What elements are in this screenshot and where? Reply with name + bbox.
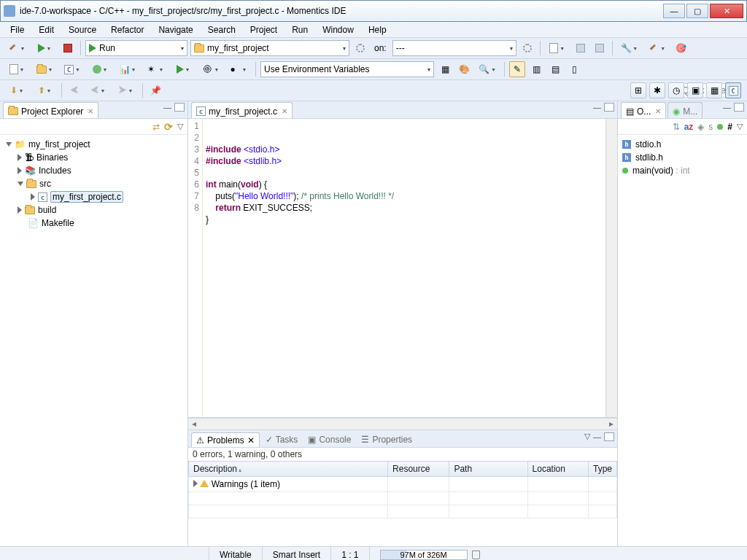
bottom-minimize-button[interactable]: ― <box>593 432 601 441</box>
code-editor[interactable]: 12345678 #include <stdio.h> #include <st… <box>188 119 617 418</box>
menu-file[interactable]: File <box>4 23 30 36</box>
menu-navigate[interactable]: Navigate <box>152 23 198 36</box>
tree-binaries[interactable]: 🗜 Binaries <box>3 151 185 164</box>
menu-window[interactable]: Window <box>317 23 360 36</box>
expand-icon[interactable] <box>193 480 198 487</box>
ext-tools-button[interactable]: 🞋▼ <box>198 61 223 77</box>
nav-prev-button[interactable]: ⬇▼ <box>4 82 29 98</box>
build-project-button[interactable]: ▼ <box>645 40 670 56</box>
table-row[interactable]: Warnings (1 item) <box>189 477 617 492</box>
tab-tasks[interactable]: ✓ Tasks <box>261 432 303 447</box>
expand-icon[interactable] <box>18 154 22 161</box>
view-maximize-button[interactable] <box>174 103 185 112</box>
editor-minimize-button[interactable]: ― <box>593 103 601 112</box>
maximize-button[interactable]: ▢ <box>686 4 708 18</box>
tab-editor-file[interactable]: c my_first_project.c ✕ <box>191 102 293 118</box>
menu-edit[interactable]: Edit <box>33 23 60 36</box>
editor-code[interactable]: #include <stdio.h> #include <stdlib.h> i… <box>203 119 605 417</box>
build-targets-button[interactable]: 🎯 <box>673 40 689 56</box>
menu-help[interactable]: Help <box>363 23 392 36</box>
nav-next-button[interactable]: ⬆▼ <box>32 82 57 98</box>
tree-root[interactable]: 📁 my_first_project <box>3 138 185 151</box>
build-button[interactable]: ▼ <box>4 40 29 56</box>
nav-back-hist-button[interactable]: ⮜▼ <box>85 82 110 98</box>
memory-bar[interactable]: 97M of 326M <box>380 550 468 560</box>
tab-console[interactable]: ▣ Console <box>303 432 355 447</box>
tree-includes[interactable]: 📚 Includes <box>3 164 185 177</box>
run-last-button[interactable]: ▼ <box>171 61 196 77</box>
persp-3[interactable]: ▣ <box>687 82 703 98</box>
new-button[interactable]: ▼ <box>545 40 570 56</box>
toggle-3-button[interactable]: ▯ <box>566 61 582 77</box>
expand-icon[interactable] <box>6 142 12 147</box>
filter-button[interactable]: # <box>727 122 732 132</box>
link-editor-button[interactable]: ⟳ <box>164 121 173 133</box>
launch-config-combo[interactable]: Run ▾ <box>85 40 187 56</box>
minimize-button[interactable]: ― <box>663 4 685 18</box>
bottom-menu-button[interactable]: ▽ <box>584 432 590 441</box>
persp-1[interactable]: ✱ <box>649 82 665 98</box>
nav-back-button[interactable]: ⮜ <box>66 82 82 98</box>
pin-editor-button[interactable]: 📌 <box>147 82 163 98</box>
close-icon[interactable]: ✕ <box>88 107 93 115</box>
new-folder-button[interactable]: ▼ <box>32 61 57 77</box>
new-cproj-button[interactable]: ▼ <box>4 61 29 77</box>
debug-button[interactable]: ▼ <box>88 61 112 77</box>
build-all-button[interactable]: 🔧▼ <box>617 40 642 56</box>
group-button[interactable] <box>717 124 723 130</box>
col-path[interactable]: Path <box>449 462 527 477</box>
editor-maximize-button[interactable] <box>604 103 614 112</box>
target-combo[interactable]: --- ▾ <box>392 40 516 56</box>
tab-project-explorer[interactable]: Project Explorer ✕ <box>3 102 98 118</box>
save-all-button[interactable] <box>592 40 608 56</box>
col-location[interactable]: Location <box>527 462 588 477</box>
nav-fwd-hist-button[interactable]: ⮞▼ <box>113 82 138 98</box>
profile-button[interactable]: 📊▼ <box>115 61 140 77</box>
save-button[interactable] <box>573 40 589 56</box>
new-class-button[interactable]: C▼ <box>60 61 85 77</box>
tab-properties[interactable]: ☰ Properties <box>357 432 417 447</box>
env-vars-combo[interactable]: Use Environment Variables ▾ <box>260 61 434 77</box>
close-button[interactable]: ✕ <box>710 4 743 18</box>
menu-refactor[interactable]: Refactor <box>105 23 150 36</box>
project-settings-button[interactable] <box>352 40 368 56</box>
outline-item[interactable]: h stdio.h <box>622 138 743 151</box>
palette-button[interactable]: 🎨 <box>456 61 472 77</box>
stop-button[interactable] <box>60 40 76 56</box>
outline-maximize-button[interactable] <box>734 103 744 112</box>
project-tree[interactable]: 📁 my_first_project 🗜 Binaries 📚 Includes… <box>0 135 187 546</box>
bottom-maximize-button[interactable] <box>604 432 614 441</box>
expand-icon[interactable] <box>31 193 35 201</box>
editor-vscroll[interactable] <box>605 119 617 417</box>
outline-tree[interactable]: h stdio.h h stdlib.h main(void) : int <box>618 135 747 546</box>
close-icon[interactable]: ✕ <box>247 435 255 446</box>
tree-src[interactable]: src <box>3 177 185 190</box>
tree-build[interactable]: build <box>3 203 185 217</box>
search-button[interactable]: 🔍▼ <box>475 61 500 77</box>
close-icon[interactable]: ✕ <box>282 107 287 115</box>
hide-static-button[interactable]: s <box>708 122 713 132</box>
sort-button[interactable]: ⇅ <box>673 122 680 132</box>
menu-project[interactable]: Project <box>244 23 283 36</box>
close-icon[interactable]: ✕ <box>655 107 661 115</box>
breakpoints-button[interactable]: ●▼ <box>226 61 251 77</box>
col-description[interactable]: Description <box>189 462 388 477</box>
menu-source[interactable]: Source <box>63 23 102 36</box>
outline-item[interactable]: main(void) : int <box>622 164 743 177</box>
coverage-button[interactable]: ✶▼ <box>143 61 168 77</box>
col-resource[interactable]: Resource <box>388 462 449 477</box>
tab-make[interactable]: ◉ M... <box>667 102 703 118</box>
toggle-1-button[interactable]: ▥ <box>528 61 544 77</box>
view-minimize-button[interactable]: ― <box>163 103 171 112</box>
persp-2[interactable]: ◷ <box>668 82 684 98</box>
run-button[interactable]: ▼ <box>32 40 57 56</box>
tab-outline[interactable]: ▤ O... ✕ <box>621 102 666 118</box>
editor-hscroll[interactable]: ◂▸ <box>188 418 617 429</box>
persp-c-cpp[interactable]: C <box>725 82 741 98</box>
az-button[interactable]: az <box>684 122 694 132</box>
view-menu-button[interactable]: ▽ <box>177 122 183 131</box>
annotation-button[interactable]: ✎ <box>509 61 525 77</box>
problems-table[interactable]: Description Resource Path Location Type … <box>188 461 617 546</box>
project-combo[interactable]: my_first_project ▾ <box>190 40 349 56</box>
target-settings-button[interactable] <box>519 40 535 56</box>
